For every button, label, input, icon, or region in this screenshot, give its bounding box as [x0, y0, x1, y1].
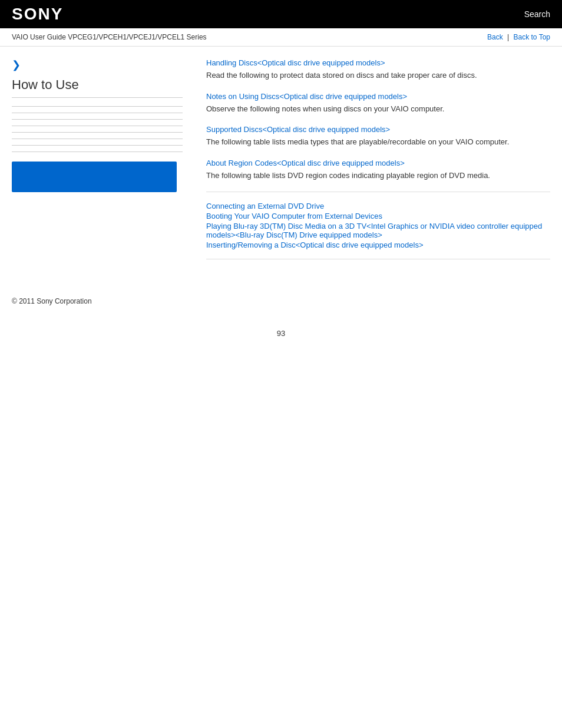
breadcrumb-bar: VAIO User Guide VPCEG1/VPCEH1/VPCEJ1/VPC…	[0, 28, 562, 47]
content-area: Handling Discs<Optical disc drive equipp…	[194, 58, 550, 269]
page-wrapper: SONY Search VAIO User Guide VPCEG1/VPCEH…	[0, 0, 562, 728]
section-region-codes: About Region Codes<Optical disc drive eq…	[206, 159, 550, 182]
desc-handling-discs: Read the following to protect data store…	[206, 70, 550, 81]
desc-notes-using-discs: Observe the following notes when using d…	[206, 103, 550, 115]
content-section-divider	[206, 192, 550, 192]
sidebar-divider-2	[12, 113, 183, 113]
page-number: 93	[0, 317, 562, 350]
footer: © 2011 Sony Corporation	[0, 281, 562, 317]
nav-separator: |	[507, 33, 509, 41]
sidebar-divider-7	[12, 145, 183, 146]
sidebar-title: How to Use	[12, 77, 183, 98]
header: SONY Search	[0, 0, 562, 28]
sidebar-divider-3	[12, 119, 183, 120]
back-to-top-link[interactable]: Back to Top	[514, 33, 550, 41]
sidebar: ❯ How to Use	[12, 58, 194, 269]
section-notes-using-discs: Notes on Using Discs<Optical disc drive …	[206, 92, 550, 115]
section-handling-discs: Handling Discs<Optical disc drive equipp…	[206, 58, 550, 81]
content-bottom-divider	[206, 259, 550, 259]
sidebar-divider-1	[12, 106, 183, 107]
nav-links: Back | Back to Top	[487, 33, 550, 41]
link-notes-using-discs[interactable]: Notes on Using Discs<Optical disc drive …	[206, 92, 550, 101]
sidebar-divider-8	[12, 151, 183, 152]
desc-supported-discs: The following table lists media types th…	[206, 136, 550, 148]
sidebar-divider-5	[12, 132, 183, 133]
link-region-codes[interactable]: About Region Codes<Optical disc drive eq…	[206, 159, 550, 167]
link-external-dvd[interactable]: Connecting an External DVD Drive	[206, 202, 550, 210]
link-handling-discs[interactable]: Handling Discs<Optical disc drive equipp…	[206, 58, 550, 67]
sidebar-arrow-icon[interactable]: ❯	[12, 58, 183, 71]
sidebar-blue-box	[12, 162, 177, 192]
search-button[interactable]: Search	[524, 9, 550, 19]
extra-links-group: Connecting an External DVD Drive Booting…	[206, 202, 550, 249]
copyright-text: © 2011 Sony Corporation	[12, 297, 550, 305]
link-supported-discs[interactable]: Supported Discs<Optical disc drive equip…	[206, 125, 550, 134]
sidebar-divider-4	[12, 126, 183, 126]
back-link[interactable]: Back	[487, 33, 503, 41]
main-content: ❯ How to Use Handling Discs<Optical disc…	[0, 47, 562, 281]
breadcrumb: VAIO User Guide VPCEG1/VPCEH1/VPCEJ1/VPC…	[12, 33, 207, 41]
link-inserting-disc[interactable]: Inserting/Removing a Disc<Optical disc d…	[206, 241, 550, 249]
link-bluray-3d[interactable]: Playing Blu-ray 3D(TM) Disc Media on a 3…	[206, 222, 550, 239]
section-supported-discs: Supported Discs<Optical disc drive equip…	[206, 125, 550, 148]
desc-region-codes: The following table lists DVD region cod…	[206, 170, 550, 182]
sony-logo: SONY	[12, 5, 63, 24]
link-booting-external[interactable]: Booting Your VAIO Computer from External…	[206, 212, 550, 220]
sidebar-divider-6	[12, 139, 183, 139]
